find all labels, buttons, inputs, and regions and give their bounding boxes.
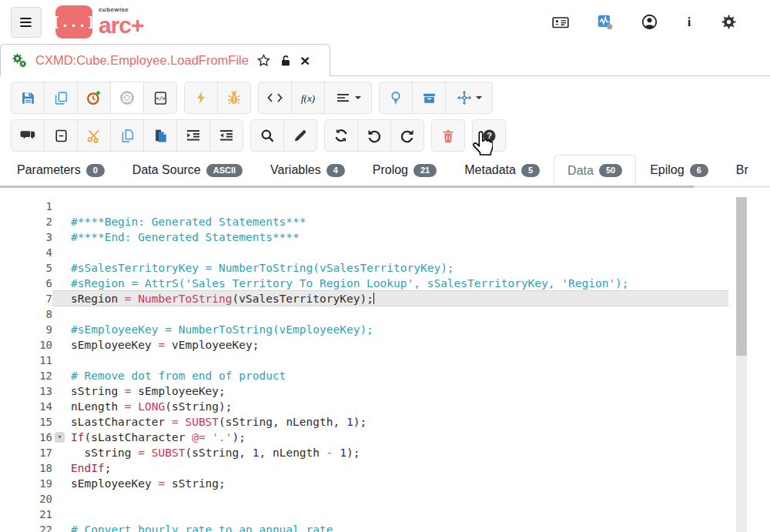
fx-button[interactable]: f(x) [291, 82, 325, 114]
code-line[interactable]: 12# Remove dot from end of product [0, 368, 770, 383]
contact-card-icon[interactable] [551, 14, 570, 31]
code-line[interactable]: 16▾If(sLastCharacter @= '.'); [0, 430, 770, 445]
collapse-square-button[interactable] [44, 119, 78, 152]
code-text[interactable]: sString = SUBST(sString, 1, nLength - 1)… [52, 445, 770, 460]
fx-icon: f(x) [297, 90, 319, 105]
code-text[interactable]: sEmployeeKey = sString; [52, 476, 770, 491]
code-line[interactable]: 10sEmployeeKey = vEmployeeKey; [0, 337, 770, 353]
document-tab[interactable]: CXMD:Cube.Employee.LoadFromFile × [0, 44, 330, 77]
code-text[interactable]: #****End: Generated Statements**** [52, 229, 770, 245]
code-line[interactable]: 1 [0, 199, 770, 214]
code-line[interactable]: 2#****Begin: Generated Statements*** [0, 214, 770, 229]
toolbar-group [250, 119, 317, 152]
code-text[interactable] [52, 245, 770, 260]
code-text[interactable] [52, 491, 770, 507]
code-file-button[interactable]: </> [143, 82, 177, 114]
code-line[interactable]: 11 [0, 353, 770, 368]
trash-button[interactable] [431, 119, 465, 152]
lifebuoy-button[interactable] [110, 82, 144, 114]
activity-icon[interactable] [596, 13, 614, 31]
settings-icon[interactable] [720, 13, 738, 31]
tab-br[interactable]: Br [722, 155, 762, 186]
code-text[interactable] [52, 306, 770, 322]
outdent-button[interactable] [209, 119, 243, 152]
code-text[interactable]: # Convert hourly rate to an annual rate [52, 522, 770, 532]
comment-button[interactable] [11, 119, 45, 152]
undo-button[interactable] [357, 119, 391, 152]
pencil-button[interactable] [283, 119, 317, 152]
tab-data[interactable]: Data50 [554, 155, 636, 186]
code-line[interactable]: 3#****End: Generated Statements**** [0, 229, 770, 245]
copy-button[interactable] [44, 82, 78, 114]
tab-metadata[interactable]: Metadata5 [450, 155, 554, 186]
code-text[interactable]: sRegion = NumberToString(vSalesTerritory… [52, 290, 728, 306]
fold-toggle[interactable]: ▾ [55, 432, 65, 443]
search-button[interactable] [250, 119, 284, 152]
archive-box-button[interactable] [412, 82, 446, 114]
bulb-button[interactable] [379, 82, 413, 114]
indent-button[interactable] [176, 119, 210, 152]
line-number: 8 [0, 306, 52, 322]
code-text[interactable]: nLength = LONG(sString); [52, 399, 770, 414]
code-text[interactable]: #****Begin: Generated Statements*** [52, 214, 770, 229]
pages-button[interactable] [110, 119, 144, 152]
code-line[interactable]: 19sEmployeeKey = sString; [0, 476, 770, 491]
star-icon[interactable] [256, 53, 271, 68]
code-text[interactable]: sLastCharacter = SUBST(sString, nLength,… [52, 414, 770, 430]
code-button[interactable] [258, 82, 292, 114]
code-line[interactable]: 5#sSalesTerritoryKey = NumberToString(vS… [0, 260, 770, 276]
code-text[interactable]: sString = sEmployeeKey; [52, 383, 770, 399]
save-button[interactable] [11, 82, 45, 114]
tab-data-source[interactable]: Data SourceASCII [119, 155, 256, 186]
move-button[interactable] [445, 82, 493, 114]
code-text[interactable]: #sSalesTerritoryKey = NumberToString(vSa… [52, 260, 770, 276]
code-text[interactable]: # Remove dot from end of product [52, 368, 770, 383]
code-text[interactable]: If(sLastCharacter @= '.'); [52, 430, 770, 445]
code-line[interactable]: 13sString = sEmployeeKey; [0, 383, 770, 399]
code-line[interactable]: 20 [0, 491, 770, 507]
chevron-down-icon [476, 96, 482, 99]
code-text[interactable] [52, 507, 770, 522]
line-number: 3 [0, 229, 52, 245]
tab-parameters[interactable]: Parameters0 [3, 155, 119, 186]
lightning-button[interactable] [184, 82, 218, 114]
code-text[interactable]: #sEmployeeKey = NumberToString(vEmployee… [52, 322, 770, 337]
bug-button[interactable] [217, 82, 251, 114]
code-text[interactable] [52, 199, 770, 214]
code-line[interactable]: 22# Convert hourly rate to an annual rat… [0, 522, 770, 532]
help-button[interactable]: ? [472, 119, 506, 152]
menu-button[interactable] [11, 7, 42, 38]
code-line[interactable]: 17 sString = SUBST(sString, 1, nLength -… [0, 445, 770, 460]
code-line[interactable]: 9#sEmployeeKey = NumberToString(vEmploye… [0, 322, 770, 337]
code-line[interactable]: 6#sRegion = AttrS('Sales Territory To Re… [0, 276, 770, 291]
format-lines-button[interactable] [324, 82, 372, 114]
tab-epilog[interactable]: Epilog6 [636, 155, 722, 186]
line-number: 21 [0, 507, 52, 522]
code-text[interactable]: sEmployeeKey = vEmployeeKey; [52, 337, 770, 353]
code-line[interactable]: 7sRegion = NumberToString(vSalesTerritor… [0, 291, 770, 306]
close-icon[interactable]: × [300, 52, 310, 69]
code-line[interactable]: 14nLength = LONG(sString); [0, 399, 770, 414]
cut-button[interactable] [77, 119, 111, 152]
code-line[interactable]: 8 [0, 306, 770, 322]
code-line[interactable]: 18EndIf; [0, 460, 770, 476]
redo-button[interactable] [390, 119, 424, 152]
code-text[interactable]: EndIf; [52, 460, 770, 476]
tab-variables[interactable]: Variables4 [256, 155, 359, 186]
code-editor[interactable]: 12#****Begin: Generated Statements***3#*… [0, 188, 770, 532]
code-line[interactable]: 15sLastCharacter = SUBST(sString, nLengt… [0, 414, 770, 430]
code-line[interactable]: 21 [0, 507, 770, 522]
unlock-icon[interactable] [279, 54, 293, 68]
tab-prolog[interactable]: Prolog21 [359, 155, 451, 186]
code-text[interactable]: #sRegion = AttrS('Sales Territory To Reg… [52, 276, 770, 291]
info-icon[interactable]: i [685, 14, 694, 31]
editor-vertical-scrollbar[interactable] [736, 197, 747, 532]
refresh-button[interactable] [324, 119, 358, 152]
paste-button[interactable] [143, 119, 177, 152]
clock-plus-button[interactable] [77, 82, 111, 114]
code-text[interactable] [52, 353, 770, 368]
user-icon[interactable] [641, 13, 658, 31]
toolbar-group [11, 119, 243, 152]
code-line[interactable]: 4 [0, 245, 770, 260]
vertical-scrollbar-thumb[interactable] [736, 197, 747, 356]
